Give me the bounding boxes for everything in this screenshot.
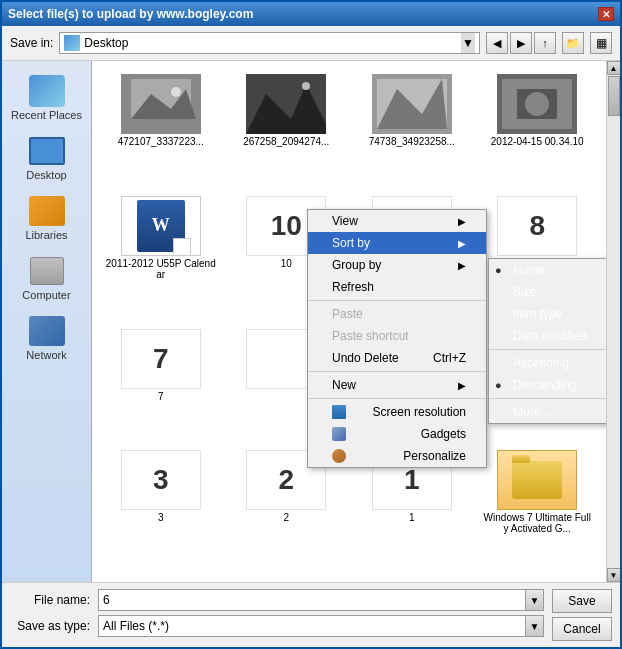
save-button[interactable]: Save [552, 589, 612, 613]
file-thumb-8: 8 [497, 196, 577, 256]
sort-item-date[interactable]: Date modified [489, 325, 606, 347]
cancel-button[interactable]: Cancel [552, 617, 612, 641]
file-name-photo4: 2012-04-15 00.34.10 [491, 136, 584, 147]
menu-item-screen-resolution[interactable]: Screen resolution [308, 401, 486, 423]
sidebar-item-libraries[interactable]: Libraries [7, 189, 87, 245]
sidebar-item-recent-places[interactable]: Recent Places [7, 69, 87, 125]
menu-label-screen-resolution: Screen resolution [373, 405, 466, 419]
content-area: 472107_3337223... 267258_209427 [92, 61, 606, 582]
file-name-3: 3 [158, 512, 164, 523]
footer-buttons: Save Cancel [552, 589, 612, 641]
menu-item-group-by[interactable]: Group by ▶ [308, 254, 486, 276]
sort-label-more: More... [513, 405, 550, 419]
scroll-track [607, 75, 621, 568]
sort-item-ascending[interactable]: Ascending [489, 352, 606, 374]
recent-places-icon [27, 73, 67, 109]
menu-item-gadgets[interactable]: Gadgets [308, 423, 486, 445]
name-bullet-icon: ● [495, 264, 502, 276]
sidebar-label-recent: Recent Places [11, 109, 82, 121]
main-area: Recent Places Desktop Libraries Computer [2, 61, 620, 582]
file-thumb-3: 3 [121, 450, 201, 510]
footer-content: File name: ▼ Save as type: ▼ Save Cance [10, 589, 612, 641]
sidebar-item-desktop[interactable]: Desktop [7, 129, 87, 185]
close-button[interactable]: ✕ [598, 7, 614, 21]
context-sep1 [308, 300, 486, 301]
file-item-folder[interactable]: Windows 7 Ultimate Fully Activated G... [477, 445, 599, 574]
file-item-photo1[interactable]: 472107_3337223... [100, 69, 222, 187]
file-item-photo3[interactable]: 74738_34923258... [351, 69, 473, 187]
file-thumb-photo3 [372, 74, 452, 134]
menu-label-undo-delete: Undo Delete [332, 351, 399, 365]
sidebar-item-network[interactable]: Network [7, 309, 87, 365]
menu-label-sort-by: Sort by [332, 236, 370, 250]
up-button[interactable]: ↑ [534, 32, 556, 54]
menu-item-refresh[interactable]: Refresh [308, 276, 486, 298]
file-thumb-photo1 [121, 74, 201, 134]
computer-icon [27, 253, 67, 289]
file-item-word[interactable]: W 2011-2012 U55P Calendar [100, 191, 222, 320]
sort-label-size: Size [513, 285, 536, 299]
personalize-icon [332, 449, 346, 463]
sort-label-type: Item type [513, 307, 562, 321]
back-button[interactable]: ◀ [486, 32, 508, 54]
new-folder-button[interactable]: 📁 [562, 32, 584, 54]
filename-input[interactable] [99, 590, 525, 610]
sidebar-label-network: Network [26, 349, 66, 361]
sort-sep2 [489, 398, 606, 399]
sort-label-name: Name [513, 263, 545, 277]
context-sep2 [308, 371, 486, 372]
path-dropdown-arrow[interactable]: ▼ [461, 33, 475, 53]
filetype-label: Save as type: [10, 619, 90, 633]
file-name-photo2: 267258_2094274... [243, 136, 329, 147]
file-thumb-7: 7 [121, 329, 201, 389]
sort-item-more[interactable]: More... [489, 401, 606, 423]
sidebar-label-computer: Computer [22, 289, 70, 301]
sort-item-descending[interactable]: ● Descending [489, 374, 606, 396]
sort-item-type[interactable]: Item type [489, 303, 606, 325]
sort-item-size[interactable]: Size [489, 281, 606, 303]
file-thumb-photo4 [497, 74, 577, 134]
menu-item-paste: Paste [308, 303, 486, 325]
file-item-photo4[interactable]: 2012-04-15 00.34.10 [477, 69, 599, 187]
menu-item-undo-delete[interactable]: Undo Delete Ctrl+Z [308, 347, 486, 369]
file-name-7: 7 [158, 391, 164, 402]
group-by-arrow-icon: ▶ [458, 260, 466, 271]
filename-dropdown[interactable]: ▼ [525, 590, 543, 610]
sort-item-name[interactable]: ● Name [489, 259, 606, 281]
file-item-7[interactable]: 7 7 [100, 324, 222, 442]
network-icon [27, 313, 67, 349]
file-item-3[interactable]: 3 3 [100, 445, 222, 574]
file-name-photo3: 74738_34923258... [369, 136, 455, 147]
new-arrow-icon: ▶ [458, 380, 466, 391]
file-item-photo2[interactable]: 267258_2094274... [226, 69, 348, 187]
forward-button[interactable]: ▶ [510, 32, 532, 54]
sidebar-item-computer[interactable]: Computer [7, 249, 87, 305]
path-combo[interactable]: Desktop ▼ [59, 32, 480, 54]
sidebar-label-desktop: Desktop [26, 169, 66, 181]
file-thumb-photo2 [246, 74, 326, 134]
filename-input-wrap: ▼ [98, 589, 544, 611]
file-name-folder: Windows 7 Ultimate Fully Activated G... [482, 512, 594, 534]
filetype-input-wrap: ▼ [98, 615, 544, 637]
menu-item-sort-by[interactable]: Sort by ▶ ● Name Size [308, 232, 486, 254]
menu-item-view[interactable]: View ▶ [308, 210, 486, 232]
sort-label-descending: Descending [513, 378, 576, 392]
current-path: Desktop [84, 36, 457, 50]
nav-buttons: ◀ ▶ ↑ [486, 32, 556, 54]
scroll-down-button[interactable]: ▼ [607, 568, 621, 582]
dialog-title: Select file(s) to upload by www.bogley.c… [8, 7, 253, 21]
undo-delete-shortcut: Ctrl+Z [433, 351, 466, 365]
svg-point-3 [171, 87, 181, 97]
sidebar: Recent Places Desktop Libraries Computer [2, 61, 92, 582]
menu-label-refresh: Refresh [332, 280, 374, 294]
sidebar-label-libraries: Libraries [25, 229, 67, 241]
scroll-thumb[interactable] [608, 76, 620, 116]
view-button[interactable]: ▦ [590, 32, 612, 54]
menu-item-personalize[interactable]: Personalize [308, 445, 486, 467]
word-icon: W [137, 200, 185, 252]
menu-item-new[interactable]: New ▶ [308, 374, 486, 396]
sort-submenu: ● Name Size Item type Date modified [488, 258, 606, 424]
filetype-input[interactable] [99, 616, 525, 636]
filetype-dropdown[interactable]: ▼ [525, 616, 543, 636]
scroll-up-button[interactable]: ▲ [607, 61, 621, 75]
